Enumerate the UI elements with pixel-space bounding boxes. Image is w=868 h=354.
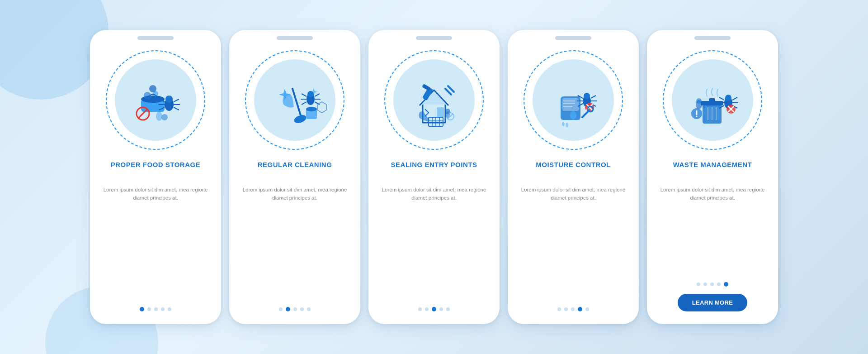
card-3-body: Lorem ipsum dolor sit dim amet, mea regi… (368, 186, 500, 300)
dot-2-1[interactable] (279, 307, 283, 311)
card-proper-food-storage: PROPER FOOD STORAGE Lorem ipsum dolor si… (90, 30, 221, 324)
dot-5-5[interactable] (724, 282, 728, 287)
card-3-title: SEALING ENTRY POINTS (382, 160, 486, 180)
svg-point-50 (584, 93, 590, 99)
food-storage-icon (119, 64, 192, 136)
svg-point-80 (696, 116, 698, 117)
dot-5-1[interactable] (697, 282, 700, 286)
waste-icon (676, 64, 749, 136)
phone-notch-4 (555, 36, 591, 40)
svg-line-72 (732, 97, 737, 100)
svg-marker-29 (317, 102, 326, 113)
svg-line-26 (315, 94, 320, 96)
card-4-title: MOISTURE CONTROL (527, 160, 620, 180)
dot-5-4[interactable] (717, 282, 721, 286)
card-5-body: Lorem ipsum dolor sit dim amet, mea regi… (647, 186, 778, 275)
svg-line-33 (445, 89, 451, 95)
dot-3-5[interactable] (446, 307, 450, 311)
illustration-food-storage (104, 48, 208, 152)
illustration-moisture (521, 48, 625, 152)
card-moisture-control: MOISTURE CONTROL Lorem ipsum dolor sit d… (508, 30, 639, 324)
card-waste-management: WASTE MANAGEMENT Lorem ipsum dolor sit d… (647, 30, 778, 324)
svg-point-14 (156, 112, 162, 121)
dot-2-4[interactable] (300, 307, 304, 311)
dot-1-2[interactable] (147, 307, 151, 311)
dot-4-5[interactable] (585, 307, 589, 311)
dot-3-3[interactable] (432, 307, 436, 311)
dot-1-3[interactable] (154, 307, 158, 311)
svg-line-9 (174, 99, 179, 102)
dot-4-2[interactable] (564, 307, 568, 311)
dot-3-2[interactable] (425, 307, 429, 311)
svg-line-11 (174, 107, 179, 110)
dot-2-5[interactable] (307, 307, 311, 311)
svg-point-15 (161, 114, 168, 120)
dot-4-3[interactable] (571, 307, 575, 311)
svg-point-22 (307, 91, 314, 97)
dot-5-2[interactable] (703, 282, 707, 286)
card-4-dots (557, 307, 589, 311)
dot-4-1[interactable] (557, 307, 561, 311)
svg-point-5 (165, 96, 173, 103)
dot-2-2[interactable] (286, 307, 290, 311)
dot-3-4[interactable] (439, 307, 443, 311)
card-sealing-entry-points: SEALING ENTRY POINTS Lorem ipsum dolor s… (368, 30, 500, 324)
svg-rect-30 (437, 107, 444, 117)
svg-point-82 (696, 98, 702, 104)
phone-notch-3 (416, 36, 452, 40)
svg-line-17 (292, 89, 302, 118)
learn-more-button[interactable]: LEARN MORE (678, 294, 747, 311)
dot-4-4[interactable] (578, 307, 582, 311)
card-5-dots (697, 282, 728, 287)
card-1-title: PROPER FOOD STORAGE (102, 160, 209, 180)
dot-2-3[interactable] (293, 307, 297, 311)
card-3-dots (418, 307, 450, 311)
svg-rect-32 (422, 84, 431, 91)
svg-line-34 (448, 86, 454, 92)
dot-5-3[interactable] (710, 282, 714, 286)
cleaning-icon (259, 64, 331, 136)
card-4-body: Lorem ipsum dolor sit dim amet, mea regi… (508, 186, 639, 300)
phone-notch-1 (137, 36, 174, 40)
sealing-icon (398, 64, 470, 136)
card-2-body: Lorem ipsum dolor sit dim amet, mea regi… (229, 186, 360, 300)
svg-point-16 (149, 85, 156, 92)
svg-rect-63 (709, 98, 715, 102)
phone-notch-2 (277, 36, 313, 40)
svg-rect-45 (562, 98, 579, 111)
phone-notch-5 (694, 36, 731, 40)
card-1-body: Lorem ipsum dolor sit dim amet, mea regi… (90, 186, 221, 300)
card-1-dots (140, 307, 171, 311)
dot-1-5[interactable] (168, 307, 171, 311)
card-5-title: WASTE MANAGEMENT (664, 160, 761, 180)
svg-point-20 (306, 107, 317, 111)
moisture-icon (537, 64, 609, 136)
svg-point-68 (725, 95, 731, 101)
svg-line-23 (302, 94, 307, 96)
card-regular-cleaning: REGULAR CLEANING Lorem ipsum dolor sit d… (229, 30, 360, 324)
dot-3-1[interactable] (418, 307, 422, 311)
card-2-title: REGULAR CLEANING (249, 160, 341, 180)
card-2-dots (279, 307, 311, 311)
illustration-cleaning (243, 48, 347, 152)
illustration-waste (660, 48, 764, 152)
svg-line-54 (591, 96, 596, 98)
svg-line-69 (719, 97, 724, 100)
dot-1-4[interactable] (161, 307, 165, 311)
svg-line-25 (302, 102, 307, 105)
illustration-sealing (382, 48, 486, 152)
dot-1-1[interactable] (140, 307, 144, 311)
cards-container: PROPER FOOD STORAGE Lorem ipsum dolor si… (81, 21, 787, 333)
